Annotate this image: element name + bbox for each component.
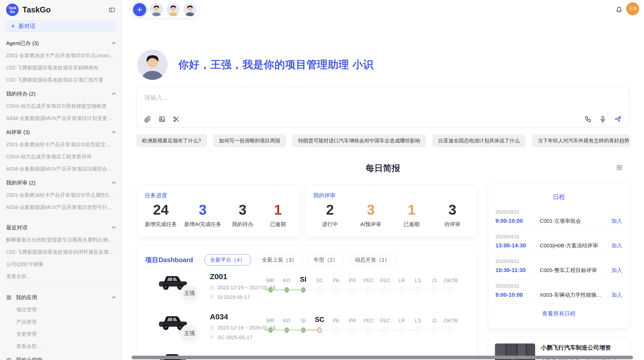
stat-label: 进行中: [316, 221, 344, 228]
horizontal-scrollbar-thumb[interactable]: [131, 356, 633, 359]
sidebar-item[interactable]: Z001-全新燃油轻卡产品开发项目SI造型提交物评审: [6, 141, 116, 148]
sidebar-item-cloud-space[interactable]: 我的云空间: [6, 356, 116, 360]
suggestion-chip[interactable]: 当下年轻人对汽车外观有怎样的喜好趋势: [532, 134, 630, 147]
sidebar-app-item[interactable]: 变更管理: [16, 331, 122, 338]
daily-briefing-title: 每日简报: [136, 162, 630, 174]
stat-label: 新增完成任务: [145, 221, 177, 228]
milestone-segment: [388, 330, 400, 330]
schedule-date: 2025/03/11: [495, 209, 622, 215]
join-meeting-link[interactable]: 加入: [611, 217, 622, 224]
dashboard-tab-3[interactable]: 年型（2）: [308, 254, 344, 265]
milestone-dot-FEC: [383, 287, 387, 293]
my-apps-label: 我的应用: [16, 294, 109, 301]
milestone-dot-LR: [400, 287, 404, 293]
sidebar-app-item[interactable]: 产品管理: [16, 319, 122, 325]
stat-value: 3: [229, 200, 257, 219]
sidebar-item[interactable]: 解释最新出台的欧盟报废车法规再生塑料比例被调至15%...: [6, 236, 116, 243]
dashboard-tab-1[interactable]: 全新平台（4）: [204, 254, 251, 265]
milestone-segment: [305, 330, 317, 330]
sidebar-section-header[interactable]: Agent已办 (3): [6, 40, 116, 47]
milestone-dot-J1: [432, 327, 437, 333]
milestone-dot-LR: [400, 327, 404, 333]
suggestion-chip[interactable]: 比亚迪全固态电池计划具体说了什么: [432, 134, 525, 147]
chevron-up-icon: [112, 92, 116, 96]
dashboard-tab-2[interactable]: 全新上装（3）: [256, 254, 303, 265]
sidebar-item[interactable]: C02-飞腾新能源轻客改款项目里程碑画布: [6, 64, 116, 71]
milestone-dot-MR: [268, 327, 273, 333]
app-title: TaskGo: [22, 5, 109, 14]
milestone-dot-SI: [301, 327, 305, 333]
milestone-label-KO: KO: [283, 278, 290, 283]
stat-value: 1: [264, 200, 292, 219]
schedule-item-row: 10:30-11:30C005-整车工程目标评审加入: [495, 267, 622, 274]
join-meeting-link[interactable]: 加入: [611, 267, 622, 274]
phone-call-icon[interactable]: [584, 115, 592, 123]
milestone-label-FEC: FEC: [380, 318, 390, 324]
sidebar-item[interactable]: C02-飞腾新能源轻客改款项目的闭环通告反馈情况: [6, 249, 116, 256]
sidebar-item[interactable]: A034-全新新能源MUV产品开发项目造型可行性评审: [6, 204, 116, 211]
sidebar-section-header[interactable]: 我的待办 (2): [6, 90, 116, 97]
join-meeting-link[interactable]: 加入: [611, 242, 622, 249]
milestone-label-SI: SI: [301, 318, 306, 324]
member-avatar[interactable]: [167, 3, 180, 16]
stat-新增完成任务: 24新增完成任务: [145, 200, 177, 228]
user-avatar[interactable]: 王强: [626, 2, 639, 15]
sidebar-item[interactable]: C0X4-动力总成开发项目SI里程碑提交物检查: [6, 103, 116, 110]
milestone-dot-PEC: [367, 327, 371, 333]
sidebar-section-header[interactable]: 我的评审 (2): [6, 179, 116, 186]
user-avatar-name: 王强: [629, 6, 637, 11]
sidebar-section-label: AI评审 (3): [6, 129, 30, 136]
notification-bell-icon[interactable]: [616, 6, 623, 13]
project-row-Z001: 王强Z0012023-12-19 ~ 2027-01-19SI-2025-05-…: [137, 271, 477, 309]
member-avatar[interactable]: [150, 3, 163, 16]
add-member-button[interactable]: [133, 3, 146, 16]
dashboard-tab-4[interactable]: 动总开发（1）: [349, 254, 396, 265]
milestone-label-KO: KO: [283, 318, 290, 324]
scissors-screenshot-icon[interactable]: [173, 116, 180, 123]
view-all-schedule-link[interactable]: 查看所有日程: [488, 310, 629, 318]
stat-value: 3: [357, 200, 385, 219]
sidebar-item[interactable]: 公司Q3轻卡销量: [6, 261, 116, 268]
sidebar-item[interactable]: C0X4-动力总成开发项目工程变更评审: [6, 153, 116, 160]
join-meeting-link[interactable]: 加入: [611, 291, 622, 298]
stat-待评审: 3待评审: [438, 200, 466, 228]
chevron-up-icon: [112, 131, 116, 135]
suggestion-chip[interactable]: 欧洲新规最近颁布了什么?: [136, 134, 207, 147]
project-owner-name: 王强: [184, 290, 195, 297]
milestone-segment: [355, 290, 367, 290]
sidebar-app-item[interactable]: 项目管理: [16, 306, 122, 313]
microphone-icon[interactable]: [599, 115, 606, 123]
milestone-label-LR: LR: [398, 318, 405, 324]
sidebar-item[interactable]: A034-全新新能源MUV产品开发项目计划变更表编写: [6, 115, 116, 122]
suggestion-chip[interactable]: 特朗普可能对进口汽车增税会对中国车企造成哪些影响: [292, 134, 426, 147]
suggestion-chips: 欧洲新规最近颁布了什么?如何写一份清晰的项目周报特朗普可能对进口汽车增税会对中国…: [136, 134, 630, 147]
briefing-layout-icon[interactable]: [616, 164, 623, 171]
sidebar-section-header[interactable]: AI评审 (3): [6, 129, 116, 136]
chat-input[interactable]: [137, 87, 629, 109]
milestone-segment: [322, 290, 334, 290]
milestone-segment: [404, 290, 416, 290]
view-all-apps-link[interactable]: 查看全部...: [16, 343, 122, 350]
sidebar-item[interactable]: C02-飞腾新能源轻客改款项目立项汇报方案: [6, 77, 116, 83]
milestone-label-LS: LS: [415, 278, 421, 283]
new-chat-button[interactable]: 新对话: [6, 20, 116, 32]
send-icon[interactable]: [614, 115, 622, 123]
milestone-dot-LS: [416, 287, 420, 293]
sidebar-section-header[interactable]: 最近对话: [6, 224, 116, 231]
image-upload-icon[interactable]: [158, 116, 166, 123]
sidebar-item-my-apps[interactable]: 我的应用: [6, 294, 116, 301]
attachment-icon[interactable]: [144, 116, 151, 123]
milestone-segment: [420, 290, 432, 290]
member-avatar[interactable]: [183, 3, 197, 16]
stat-进行中: 2进行中: [316, 200, 344, 228]
stat-已逾期: 1已逾期: [264, 200, 292, 228]
suggestion-chip[interactable]: 如何写一份清晰的项目周报: [213, 134, 286, 147]
milestone-label-J1: J1: [432, 318, 437, 324]
milestone-label-LR: LR: [398, 278, 405, 283]
sidebar-item[interactable]: Z001-全新燃油轻卡产品开发项目SI节点属性5D文件评审: [6, 192, 116, 199]
view-all-link[interactable]: 查看全部...: [6, 273, 116, 280]
sidebar-item[interactable]: Z001-全新燃油皮卡产品开发项目SI节点Lesson Learn报告: [6, 52, 116, 59]
milestone-label-SC: SC: [315, 316, 325, 324]
sidebar-collapse-icon[interactable]: [109, 7, 115, 13]
sidebar-item[interactable]: A034-全新新能源MUV产品开发项目法规符合性评审: [6, 166, 116, 172]
